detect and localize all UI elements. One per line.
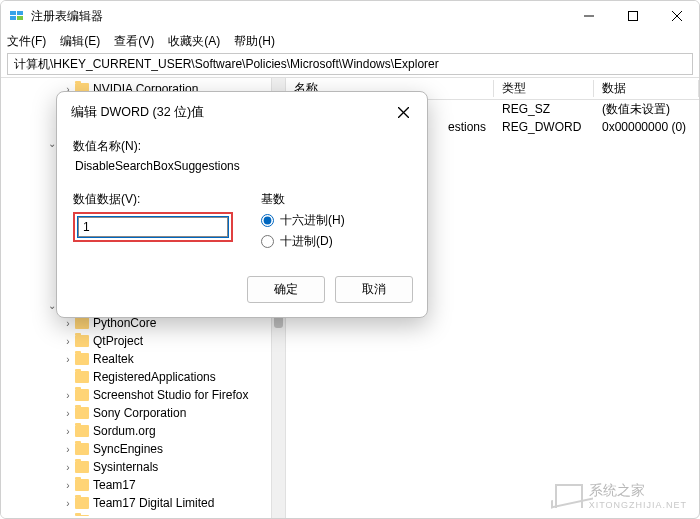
menu-edit[interactable]: 编辑(E) xyxy=(60,33,100,50)
value-data-label: 数值数据(V): xyxy=(73,191,233,208)
radio-dec-input[interactable] xyxy=(261,235,274,248)
radio-dec-label: 十进制(D) xyxy=(280,233,333,250)
radio-dec[interactable]: 十进制(D) xyxy=(261,233,345,250)
svg-rect-1 xyxy=(17,11,23,15)
chevron-right-icon[interactable]: › xyxy=(61,480,75,491)
tree-item[interactable]: RegisteredApplications xyxy=(1,368,285,386)
menubar: 文件(F) 编辑(E) 查看(V) 收藏夹(A) 帮助(H) xyxy=(1,31,699,51)
close-button[interactable] xyxy=(655,1,699,31)
chevron-right-icon[interactable]: › xyxy=(61,336,75,347)
address-path: 计算机\HKEY_CURRENT_USER\Software\Policies\… xyxy=(14,56,439,73)
folder-icon xyxy=(75,389,89,401)
chevron-right-icon[interactable]: › xyxy=(61,408,75,419)
menu-file[interactable]: 文件(F) xyxy=(7,33,46,50)
tree-item-label: Team17 xyxy=(93,478,136,492)
menu-view[interactable]: 查看(V) xyxy=(114,33,154,50)
value-name-label: 数值名称(N): xyxy=(73,138,411,155)
dialog-close-button[interactable] xyxy=(391,100,415,124)
chevron-right-icon[interactable]: › xyxy=(61,390,75,401)
folder-icon xyxy=(75,497,89,509)
row-type: REG_DWORD xyxy=(494,120,594,134)
base-group-label: 基数 xyxy=(261,191,345,208)
tree-item[interactable]: ›Screenshot Studio for Firefox xyxy=(1,386,285,404)
tree-item[interactable]: ›Team17 xyxy=(1,476,285,494)
tree-item[interactable]: ›Sony Corporation xyxy=(1,404,285,422)
folder-icon xyxy=(75,317,89,329)
folder-icon xyxy=(75,479,89,491)
titlebar: 注册表编辑器 xyxy=(1,1,699,31)
folder-icon xyxy=(75,443,89,455)
folder-icon xyxy=(75,425,89,437)
tree-item[interactable]: ›Team17 Digital Limited xyxy=(1,494,285,512)
value-data-highlight xyxy=(73,212,233,242)
col-type[interactable]: 类型 xyxy=(494,80,594,97)
maximize-button[interactable] xyxy=(611,1,655,31)
folder-icon xyxy=(75,461,89,473)
tree-item-label: Team17 Digital Limited xyxy=(93,496,214,510)
window-title: 注册表编辑器 xyxy=(31,8,567,25)
folder-icon xyxy=(75,335,89,347)
tree-item-label: RegisteredApplications xyxy=(93,370,216,384)
tree-item-label: Sony Corporation xyxy=(93,406,186,420)
chevron-right-icon[interactable]: › xyxy=(61,516,75,517)
chevron-right-icon[interactable]: › xyxy=(61,462,75,473)
tree-item-label: QtProject xyxy=(93,334,143,348)
edit-dword-dialog: 编辑 DWORD (32 位)值 数值名称(N): DisableSearchB… xyxy=(56,91,428,318)
tree-item-label: SyncEngines xyxy=(93,442,163,456)
tree-item[interactable]: ›Sordum.org xyxy=(1,422,285,440)
col-data[interactable]: 数据 xyxy=(594,80,699,97)
menu-favorites[interactable]: 收藏夹(A) xyxy=(168,33,220,50)
radio-hex-label: 十六进制(H) xyxy=(280,212,345,229)
chevron-right-icon[interactable]: › xyxy=(61,318,75,329)
tree-item[interactable]: ›Sysinternals xyxy=(1,458,285,476)
tree-item-label: Screenshot Studio for Firefox xyxy=(93,388,248,402)
folder-icon xyxy=(75,515,89,516)
tree-item-label: Realtek xyxy=(93,352,134,366)
minimize-button[interactable] xyxy=(567,1,611,31)
folder-icon xyxy=(75,407,89,419)
tree-item[interactable]: ›Realtek xyxy=(1,350,285,368)
chevron-right-icon[interactable]: › xyxy=(61,444,75,455)
menu-help[interactable]: 帮助(H) xyxy=(234,33,275,50)
svg-rect-5 xyxy=(629,12,638,21)
chevron-right-icon[interactable]: › xyxy=(61,354,75,365)
value-data-input[interactable] xyxy=(78,217,228,237)
svg-rect-0 xyxy=(10,11,16,15)
tree-item-label: TeamViewer xyxy=(93,514,159,516)
tree-item-label: PythonCore xyxy=(93,316,156,330)
tree-item[interactable]: ›TeamViewer xyxy=(1,512,285,516)
row-type: REG_SZ xyxy=(494,102,594,116)
dialog-titlebar: 编辑 DWORD (32 位)值 xyxy=(57,92,427,130)
chevron-right-icon[interactable]: › xyxy=(61,498,75,509)
cancel-button[interactable]: 取消 xyxy=(335,276,413,303)
tree-item-label: Sysinternals xyxy=(93,460,158,474)
svg-rect-2 xyxy=(10,16,16,20)
address-bar[interactable]: 计算机\HKEY_CURRENT_USER\Software\Policies\… xyxy=(7,53,693,75)
tree-item[interactable]: ›QtProject xyxy=(1,332,285,350)
tree-item[interactable]: ›SyncEngines xyxy=(1,440,285,458)
folder-icon xyxy=(75,353,89,365)
folder-icon xyxy=(75,371,89,383)
regedit-icon xyxy=(9,8,25,24)
tree-item-label: Sordum.org xyxy=(93,424,156,438)
dialog-title: 编辑 DWORD (32 位)值 xyxy=(71,104,391,121)
value-name-field[interactable]: DisableSearchBoxSuggestions xyxy=(75,159,411,173)
row-data: (数值未设置) xyxy=(594,101,699,118)
ok-button[interactable]: 确定 xyxy=(247,276,325,303)
radio-hex[interactable]: 十六进制(H) xyxy=(261,212,345,229)
row-data: 0x00000000 (0) xyxy=(594,120,699,134)
radio-hex-input[interactable] xyxy=(261,214,274,227)
chevron-right-icon[interactable]: › xyxy=(61,426,75,437)
svg-rect-3 xyxy=(17,16,23,20)
